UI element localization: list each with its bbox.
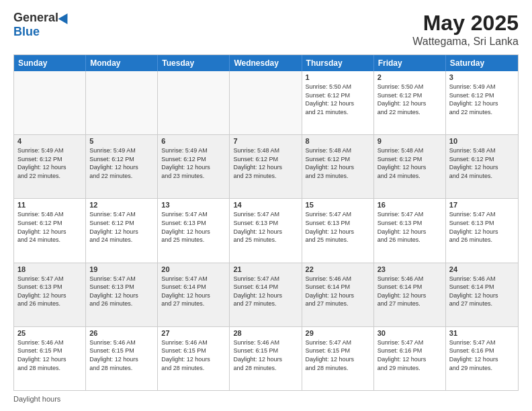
calendar-header-day: Wednesday: [230, 55, 302, 71]
day-info: Sunrise: 5:49 AMSunset: 6:12 PMDaylight:…: [161, 146, 226, 180]
calendar-cell: 11Sunrise: 5:48 AMSunset: 6:12 PMDayligh…: [14, 199, 86, 262]
calendar-cell: 28Sunrise: 5:46 AMSunset: 6:15 PMDayligh…: [230, 327, 302, 390]
day-info: Sunrise: 5:46 AMSunset: 6:14 PMDaylight:…: [449, 275, 515, 308]
calendar-row: 25Sunrise: 5:46 AMSunset: 6:15 PMDayligh…: [14, 327, 518, 390]
day-number: 30: [378, 329, 442, 337]
day-number: 22: [306, 265, 370, 273]
calendar-cell: 3Sunrise: 5:49 AMSunset: 6:12 PMDaylight…: [446, 71, 518, 134]
calendar-cell: 17Sunrise: 5:47 AMSunset: 6:13 PMDayligh…: [446, 199, 518, 262]
calendar-cell: 27Sunrise: 5:46 AMSunset: 6:15 PMDayligh…: [158, 327, 230, 390]
calendar-cell: 31Sunrise: 5:47 AMSunset: 6:16 PMDayligh…: [446, 327, 518, 390]
calendar-row: 11Sunrise: 5:48 AMSunset: 6:12 PMDayligh…: [14, 199, 518, 263]
calendar-cell: 13Sunrise: 5:47 AMSunset: 6:13 PMDayligh…: [158, 199, 230, 262]
calendar-title: May 2025: [412, 11, 519, 36]
day-number: 13: [161, 201, 226, 209]
day-info: Sunrise: 5:46 AMSunset: 6:15 PMDaylight:…: [89, 338, 154, 372]
day-info: Sunrise: 5:47 AMSunset: 6:13 PMDaylight:…: [378, 210, 442, 244]
day-info: Sunrise: 5:48 AMSunset: 6:12 PMDaylight:…: [378, 146, 442, 180]
calendar-cell: [230, 71, 302, 134]
calendar-cell: 29Sunrise: 5:47 AMSunset: 6:15 PMDayligh…: [302, 327, 374, 390]
day-info: Sunrise: 5:47 AMSunset: 6:14 PMDaylight:…: [161, 275, 226, 308]
calendar-cell: 30Sunrise: 5:47 AMSunset: 6:16 PMDayligh…: [374, 327, 446, 390]
day-info: Sunrise: 5:49 AMSunset: 6:12 PMDaylight:…: [89, 146, 154, 180]
calendar-cell: 26Sunrise: 5:46 AMSunset: 6:15 PMDayligh…: [86, 327, 158, 390]
day-number: 11: [17, 201, 82, 209]
day-number: 15: [306, 201, 370, 209]
day-info: Sunrise: 5:47 AMSunset: 6:15 PMDaylight:…: [306, 338, 370, 372]
day-number: 31: [449, 329, 515, 337]
day-info: Sunrise: 5:47 AMSunset: 6:13 PMDaylight:…: [89, 275, 154, 308]
day-info: Sunrise: 5:50 AMSunset: 6:12 PMDaylight:…: [378, 83, 442, 116]
calendar-row: 4Sunrise: 5:49 AMSunset: 6:12 PMDaylight…: [14, 135, 518, 199]
day-info: Sunrise: 5:49 AMSunset: 6:12 PMDaylight:…: [449, 83, 515, 116]
logo-text: General: [13, 11, 71, 25]
day-number: 9: [378, 137, 442, 145]
day-number: 26: [89, 329, 154, 337]
calendar-cell: 24Sunrise: 5:46 AMSunset: 6:14 PMDayligh…: [446, 263, 518, 326]
calendar-row: 18Sunrise: 5:47 AMSunset: 6:13 PMDayligh…: [14, 263, 518, 327]
day-info: Sunrise: 5:47 AMSunset: 6:16 PMDaylight:…: [378, 338, 442, 372]
day-info: Sunrise: 5:49 AMSunset: 6:12 PMDaylight:…: [17, 146, 82, 180]
day-number: 19: [89, 265, 154, 273]
day-info: Sunrise: 5:50 AMSunset: 6:12 PMDaylight:…: [306, 83, 370, 116]
day-number: 29: [306, 329, 370, 337]
logo-triangle-icon: [58, 10, 73, 24]
footer-daylight: Daylight hours: [13, 395, 519, 403]
day-number: 5: [89, 137, 154, 145]
calendar-subtitle: Wattegama, Sri Lanka: [412, 36, 519, 48]
calendar-body: 1Sunrise: 5:50 AMSunset: 6:12 PMDaylight…: [14, 71, 518, 390]
day-number: 12: [89, 201, 154, 209]
calendar-cell: 6Sunrise: 5:49 AMSunset: 6:12 PMDaylight…: [158, 135, 230, 198]
day-info: Sunrise: 5:46 AMSunset: 6:15 PMDaylight:…: [233, 338, 298, 372]
day-info: Sunrise: 5:48 AMSunset: 6:12 PMDaylight:…: [233, 146, 298, 180]
calendar-cell: 16Sunrise: 5:47 AMSunset: 6:13 PMDayligh…: [374, 199, 446, 262]
calendar-header-day: Tuesday: [158, 55, 230, 71]
calendar-cell: 21Sunrise: 5:47 AMSunset: 6:14 PMDayligh…: [230, 263, 302, 326]
day-info: Sunrise: 5:48 AMSunset: 6:12 PMDaylight:…: [449, 146, 515, 180]
calendar-cell: 12Sunrise: 5:47 AMSunset: 6:12 PMDayligh…: [86, 199, 158, 262]
day-number: 3: [449, 73, 515, 81]
day-number: 16: [378, 201, 442, 209]
day-info: Sunrise: 5:47 AMSunset: 6:13 PMDaylight:…: [306, 210, 370, 244]
day-number: 25: [17, 329, 82, 337]
header: General Blue May 2025 Wattegama, Sri Lan…: [13, 11, 519, 48]
day-number: 24: [449, 265, 515, 273]
calendar-cell: 14Sunrise: 5:47 AMSunset: 6:13 PMDayligh…: [230, 199, 302, 262]
calendar-header-day: Saturday: [446, 55, 518, 71]
day-number: 6: [161, 137, 226, 145]
day-info: Sunrise: 5:46 AMSunset: 6:15 PMDaylight:…: [17, 338, 82, 372]
calendar-cell: [158, 71, 230, 134]
calendar-cell: 22Sunrise: 5:46 AMSunset: 6:14 PMDayligh…: [302, 263, 374, 326]
calendar-row: 1Sunrise: 5:50 AMSunset: 6:12 PMDaylight…: [14, 71, 518, 135]
calendar-cell: 4Sunrise: 5:49 AMSunset: 6:12 PMDaylight…: [14, 135, 86, 198]
calendar-cell: 25Sunrise: 5:46 AMSunset: 6:15 PMDayligh…: [14, 327, 86, 390]
calendar-cell: 15Sunrise: 5:47 AMSunset: 6:13 PMDayligh…: [302, 199, 374, 262]
day-info: Sunrise: 5:47 AMSunset: 6:16 PMDaylight:…: [449, 338, 515, 372]
day-number: 21: [233, 265, 298, 273]
day-number: 14: [233, 201, 298, 209]
day-number: 28: [233, 329, 298, 337]
day-info: Sunrise: 5:46 AMSunset: 6:15 PMDaylight:…: [161, 338, 226, 372]
logo-general-text: General: [13, 11, 58, 25]
calendar-cell: 10Sunrise: 5:48 AMSunset: 6:12 PMDayligh…: [446, 135, 518, 198]
day-number: 10: [449, 137, 515, 145]
day-info: Sunrise: 5:46 AMSunset: 6:14 PMDaylight:…: [378, 275, 442, 308]
calendar-header-day: Friday: [374, 55, 446, 71]
calendar-cell: 9Sunrise: 5:48 AMSunset: 6:12 PMDaylight…: [374, 135, 446, 198]
calendar-cell: 23Sunrise: 5:46 AMSunset: 6:14 PMDayligh…: [374, 263, 446, 326]
day-info: Sunrise: 5:46 AMSunset: 6:14 PMDaylight:…: [306, 275, 370, 308]
calendar-header-day: Sunday: [14, 55, 86, 71]
day-number: 4: [17, 137, 82, 145]
title-block: May 2025 Wattegama, Sri Lanka: [412, 11, 519, 48]
calendar-cell: 8Sunrise: 5:48 AMSunset: 6:12 PMDaylight…: [302, 135, 374, 198]
day-number: 1: [306, 73, 370, 81]
day-number: 7: [233, 137, 298, 145]
calendar-cell: 18Sunrise: 5:47 AMSunset: 6:13 PMDayligh…: [14, 263, 86, 326]
calendar-header-day: Thursday: [302, 55, 374, 71]
page: General Blue May 2025 Wattegama, Sri Lan…: [0, 0, 532, 411]
day-number: 2: [378, 73, 442, 81]
logo-blue-text: Blue: [13, 25, 40, 39]
day-info: Sunrise: 5:47 AMSunset: 6:13 PMDaylight:…: [17, 275, 82, 308]
day-number: 8: [306, 137, 370, 145]
calendar-header: SundayMondayTuesdayWednesdayThursdayFrid…: [14, 55, 518, 71]
